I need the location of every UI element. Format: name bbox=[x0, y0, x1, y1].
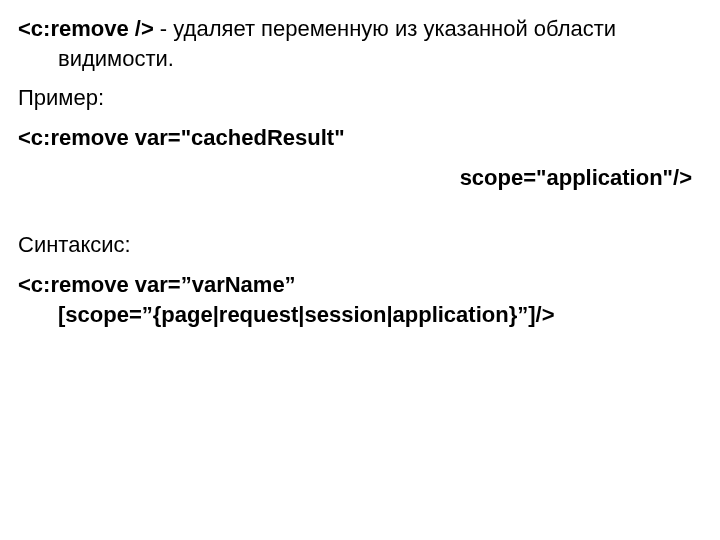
syntax-text: <c:remove var=”varName” [scope=”{page|re… bbox=[18, 270, 702, 329]
code-example-line1: <c:remove var="cachedResult" bbox=[18, 123, 702, 153]
example-label: Пример: bbox=[18, 83, 702, 113]
tag-name: <c:remove /> bbox=[18, 16, 154, 41]
description-paragraph: <c:remove /> - удаляет переменную из ука… bbox=[18, 14, 702, 73]
syntax-label: Синтаксис: bbox=[18, 230, 702, 260]
code-example-line2: scope="application"/> bbox=[18, 163, 702, 193]
